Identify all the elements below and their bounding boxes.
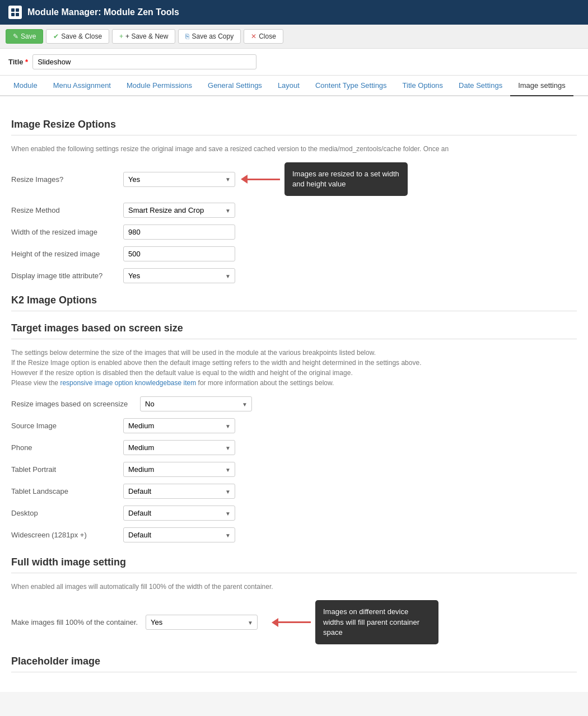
desktop-wrapper: Default Medium Large Small [123,506,235,521]
width-row: Width of the resized image [11,224,577,240]
fill-arrow [272,618,311,627]
source-image-wrapper: Medium Large Small Default [123,418,235,433]
title-field-label: Title * [8,58,28,66]
fill-container-select[interactable]: Yes No [146,615,258,630]
widescreen-label: Widescreen (1281px +) [11,531,123,539]
resize-images-label: Resize Images? [11,175,123,184]
phone-row: Phone Medium Large Small Default [11,440,577,455]
resize-images-select[interactable]: Yes No [123,172,235,187]
tab-module-permissions[interactable]: Module Permissions [119,76,200,96]
check-icon: ✔ [53,32,59,40]
resize-method-select[interactable]: Smart Resize and Crop Resize Only Crop O… [123,203,235,218]
fill-tooltip-area: Images on different device widths will f… [266,600,438,644]
k2-section: K2 Image Options [11,294,577,311]
save-copy-label: Save as Copy [192,32,234,40]
full-width-desc: When enabled all images will automatical… [11,582,577,592]
phone-wrapper: Medium Large Small Default [123,440,235,455]
k2-section-title: K2 Image Options [11,294,577,306]
app-icon [8,6,22,19]
resize-method-select-wrapper: Smart Resize and Crop Resize Only Crop O… [123,203,235,218]
tablet-landscape-select[interactable]: Default Medium Large Small [123,484,235,499]
tab-image-settings[interactable]: Image settings [510,76,573,96]
save-button[interactable]: ✎ Save [6,29,43,44]
tab-layout[interactable]: Layout [270,76,307,96]
fill-container-tooltip-container: Yes No Images on different device widths… [146,600,438,644]
display-title-attr-wrapper: Yes No [123,268,235,283]
phone-label: Phone [11,443,123,452]
arrow-line [246,179,280,180]
tablet-portrait-select[interactable]: Medium Large Small Default [123,462,235,477]
tabs-bar: Module Menu Assignment Module Permission… [0,76,588,96]
fill-arrow-line [277,621,311,623]
close-label: Close [259,32,276,40]
target-images-title: Target images based on screen size [11,322,577,334]
widescreen-wrapper: Default Medium Large Small [123,527,235,542]
resize-images-tooltip-container: Yes No Images are resized to a set width… [123,162,408,196]
source-image-row: Source Image Medium Large Small Default [11,418,577,433]
divider-target [11,339,577,339]
phone-select[interactable]: Medium Large Small Default [123,440,235,455]
fill-container-row: Make images fill 100% of the container. … [11,600,577,644]
height-label: Height of the resized image [11,250,123,258]
tab-title-options[interactable]: Title Options [395,76,451,96]
resize-method-row: Resize Method Smart Resize and Crop Resi… [11,203,577,218]
display-title-attr-label: Display image title attribute? [11,272,123,280]
divider-k2 [11,311,577,311]
fill-container-wrapper: Yes No [146,615,258,630]
target-images-desc: The settings below determine the size of… [11,348,577,388]
svg-rect-3 [16,13,19,16]
full-width-section: Full width image setting When enabled al… [11,556,577,644]
source-image-label: Source Image [11,422,123,430]
tab-menu-assignment[interactable]: Menu Assignment [45,76,119,96]
svg-rect-2 [11,13,15,16]
widescreen-row: Widescreen (1281px +) Default Medium Lar… [11,527,577,542]
desktop-label: Desktop [11,509,123,517]
save-close-button[interactable]: ✔ Save & Close [46,29,109,44]
close-button[interactable]: ✕ Close [244,29,283,44]
tablet-portrait-wrapper: Medium Large Small Default [123,462,235,477]
title-input[interactable] [32,54,256,69]
tablet-landscape-wrapper: Default Medium Large Small [123,484,235,499]
kb-link[interactable]: responsive image option knowledgebase it… [60,379,196,387]
resize-images-row: Resize Images? Yes No Images are resized… [11,162,577,196]
full-width-title: Full width image setting [11,556,577,568]
resize-screensize-select[interactable]: No Yes [140,396,252,411]
resize-images-select-wrapper: Yes No [123,172,235,187]
width-input[interactable] [123,224,235,240]
save-copy-button[interactable]: ⎘ Save as Copy [178,29,241,44]
source-image-select[interactable]: Medium Large Small Default [123,418,235,433]
desktop-row: Desktop Default Medium Large Small [11,506,577,521]
resize-screensize-label: Resize images based on screensize [11,400,140,408]
tablet-landscape-row: Tablet Landscape Default Medium Large Sm… [11,484,577,499]
tablet-portrait-label: Tablet Portrait [11,465,123,474]
display-title-attr-select[interactable]: Yes No [123,268,235,283]
height-input[interactable] [123,246,235,261]
tab-module[interactable]: Module [6,76,45,96]
divider-placeholder [11,672,577,672]
tab-content-type-settings[interactable]: Content Type Settings [307,76,395,96]
tab-general-settings[interactable]: General Settings [200,76,270,96]
fill-container-label: Make images fill 100% of the container. [11,618,146,626]
placeholder-title: Placeholder image [11,656,577,667]
image-resize-section-title: Image Resize Options [11,119,577,130]
width-label: Width of the resized image [11,228,123,236]
save-new-button[interactable]: + + Save & New [112,29,175,44]
copy-icon: ⎘ [185,32,189,40]
svg-rect-1 [16,8,19,12]
resize-method-label: Resize Method [11,206,123,214]
tab-date-settings[interactable]: Date Settings [451,76,510,96]
app-header: Module Manager: Module Zen Tools [0,0,588,25]
save-label: Save [21,32,36,40]
toolbar: ✎ Save ✔ Save & Close + + Save & New ⎘ S… [0,25,588,49]
tablet-portrait-row: Tablet Portrait Medium Large Small Defau… [11,462,577,477]
fill-tooltip-box: Images on different device widths will f… [315,600,438,644]
resize-screensize-wrapper: No Yes [140,396,252,411]
desktop-select[interactable]: Default Medium Large Small [123,506,235,521]
title-required: * [24,58,29,66]
x-icon: ✕ [251,32,256,40]
height-row: Height of the resized image [11,246,577,261]
widescreen-select[interactable]: Default Medium Large Small [123,527,235,542]
image-resize-desc: When enabled the following settings resi… [11,144,577,154]
tablet-landscape-label: Tablet Landscape [11,487,123,495]
divider-1 [11,135,577,135]
